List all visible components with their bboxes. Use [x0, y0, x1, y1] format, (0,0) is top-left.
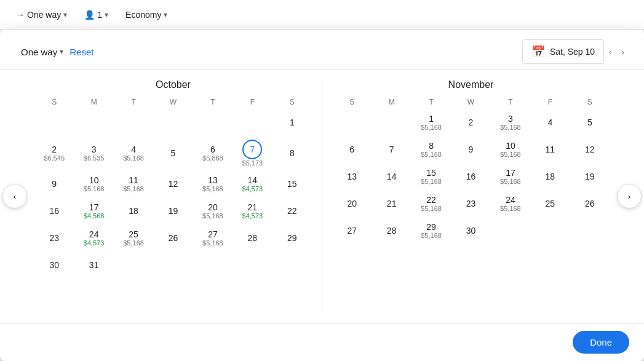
day-price: $5,168	[421, 205, 442, 212]
cal-prev-btn[interactable]: ‹	[2, 184, 27, 208]
table-row[interactable]: 13$5,168	[193, 170, 233, 197]
table-row[interactable]: 30	[451, 217, 490, 244]
november-title: November	[332, 69, 610, 95]
table-row[interactable]: 14$4,573	[233, 170, 272, 197]
day-number: 25	[546, 199, 555, 209]
table-row[interactable]: 26	[153, 224, 193, 252]
prev-month-btn[interactable]: ‹	[604, 42, 616, 61]
table-row[interactable]: 24$4,573	[74, 224, 113, 252]
table-row[interactable]: 15	[272, 170, 312, 197]
table-row[interactable]: 9	[34, 170, 74, 197]
reset-btn[interactable]: Reset	[70, 47, 93, 57]
day-price: $4,573	[242, 185, 263, 192]
table-row[interactable]: 17$4,568	[74, 197, 113, 224]
table-row[interactable]: 6	[332, 136, 372, 163]
day-number: 16	[49, 206, 59, 216]
day-number: 7	[389, 145, 394, 155]
passengers-count: 1	[97, 10, 102, 20]
next-month-btn[interactable]: ›	[617, 42, 629, 61]
day-price: $6,535	[84, 154, 105, 162]
table-row[interactable]: 29$5,168	[411, 217, 451, 244]
trip-type-btn[interactable]: → One way ▾	[10, 6, 73, 23]
day-number: 22	[287, 206, 297, 216]
table-row[interactable]: 16	[34, 197, 74, 224]
table-row[interactable]: 4	[530, 109, 570, 136]
table-row[interactable]: 16	[451, 163, 490, 190]
table-row[interactable]: 28	[233, 224, 272, 252]
passengers-btn[interactable]: 👤 1 ▾	[78, 6, 114, 23]
table-row[interactable]: 1	[272, 109, 312, 136]
table-row[interactable]: 22	[272, 197, 312, 224]
table-row[interactable]: 13	[332, 163, 372, 190]
table-row[interactable]: 10$5,168	[491, 136, 530, 163]
table-row[interactable]: 27	[332, 217, 372, 244]
day-number: 17	[89, 202, 99, 213]
table-row	[153, 109, 193, 136]
table-row[interactable]: 29	[272, 224, 312, 252]
table-row[interactable]: 8$5,168	[411, 136, 451, 163]
day-price: $4,568	[84, 212, 105, 220]
table-row[interactable]: 18	[114, 197, 153, 224]
table-row[interactable]: 5	[570, 109, 610, 136]
table-row[interactable]: 25$5,168	[114, 224, 153, 252]
table-row[interactable]: 19	[570, 163, 610, 190]
day-number: 18	[546, 172, 555, 182]
table-row[interactable]: 2$6,545	[34, 136, 74, 170]
table-row[interactable]: 24$5,168	[491, 190, 530, 217]
table-row[interactable]: 18	[530, 163, 570, 190]
table-row[interactable]: 7	[372, 136, 411, 163]
table-row	[114, 109, 153, 136]
october-grid: 12$6,5453$6,5354$5,16856$5,8687$5,173891…	[34, 109, 312, 279]
table-row[interactable]: 26	[570, 190, 610, 217]
table-row[interactable]: 30	[34, 252, 74, 279]
cabin-class-btn[interactable]: Economy ▾	[119, 6, 173, 23]
day-number: 29	[287, 233, 297, 244]
calendar-panel: One way ▾ Reset 📅 Sat, Sep 10 ‹ › ‹	[0, 30, 644, 361]
table-row[interactable]: 3$5,168	[491, 109, 530, 136]
day-number: 12	[169, 179, 178, 189]
calendar-body: ‹ October S M T W T F S 12$6,5453$6,5354…	[0, 69, 644, 323]
table-row[interactable]: 3$6,535	[74, 136, 113, 170]
table-row[interactable]: 8	[272, 136, 312, 170]
table-row[interactable]: 6$5,868	[193, 136, 233, 170]
table-row[interactable]: 11$5,168	[114, 170, 153, 197]
day-number: 2	[52, 145, 57, 155]
table-row[interactable]: 15$5,168	[411, 163, 451, 190]
table-row[interactable]: 2	[451, 109, 490, 136]
date-display[interactable]: 📅 Sat, Sep 10	[522, 39, 604, 64]
table-row[interactable]: 20$5,168	[193, 197, 233, 224]
table-row[interactable]: 5	[153, 136, 193, 170]
table-row[interactable]: 31	[74, 252, 113, 279]
table-row[interactable]: 7$5,173	[233, 136, 272, 170]
cal-next-btn[interactable]: ›	[617, 184, 642, 208]
cal-trip-type-btn[interactable]: One way ▾	[15, 43, 70, 61]
table-row[interactable]: 20	[332, 190, 372, 217]
table-row	[34, 109, 74, 136]
table-row[interactable]: 25	[530, 190, 570, 217]
table-row[interactable]: 27$5,168	[193, 224, 233, 252]
cal-trip-type-chevron-icon: ▾	[60, 47, 63, 56]
table-row[interactable]: 21$4,573	[233, 197, 272, 224]
table-row[interactable]: 23	[34, 224, 74, 252]
table-row[interactable]: 4$5,168	[114, 136, 153, 170]
table-row[interactable]: 23	[451, 190, 490, 217]
table-row[interactable]: 10$5,168	[74, 170, 113, 197]
table-row[interactable]: 11	[530, 136, 570, 163]
calendar-overlay: One way ▾ Reset 📅 Sat, Sep 10 ‹ › ‹	[0, 30, 644, 361]
done-button[interactable]: Done	[573, 331, 629, 354]
table-row[interactable]: 1$5,168	[411, 109, 451, 136]
table-row[interactable]: 28	[372, 217, 411, 244]
day-header-m1: M	[74, 95, 113, 109]
table-row[interactable]: 17$5,168	[491, 163, 530, 190]
table-row[interactable]: 22$5,168	[411, 190, 451, 217]
table-row[interactable]: 12	[570, 136, 610, 163]
table-row[interactable]: 12	[153, 170, 193, 197]
table-row[interactable]: 21	[372, 190, 411, 217]
day-number: 4	[131, 145, 136, 155]
day-number: 13	[208, 175, 218, 186]
day-number: 15	[426, 168, 436, 178]
table-row[interactable]: 14	[372, 163, 411, 190]
table-row[interactable]: 9	[451, 136, 490, 163]
table-row[interactable]: 19	[153, 197, 193, 224]
day-number: 16	[466, 172, 476, 182]
